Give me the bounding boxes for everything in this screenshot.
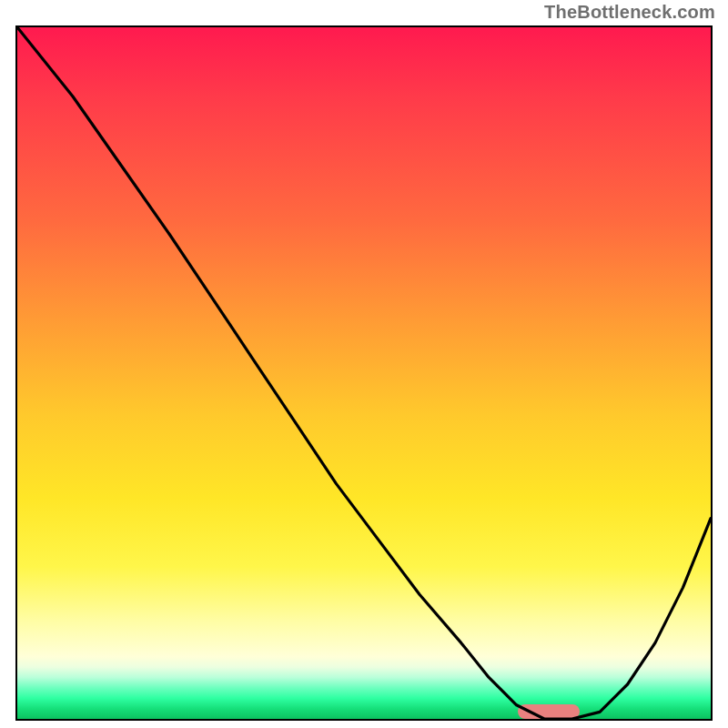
- page-root: TheBottleneck.com: [0, 0, 728, 728]
- bottleneck-curve: [17, 27, 711, 719]
- chart-frame: [15, 25, 713, 721]
- bottleneck-curve-path: [17, 27, 711, 719]
- attribution-label: TheBottleneck.com: [544, 2, 715, 23]
